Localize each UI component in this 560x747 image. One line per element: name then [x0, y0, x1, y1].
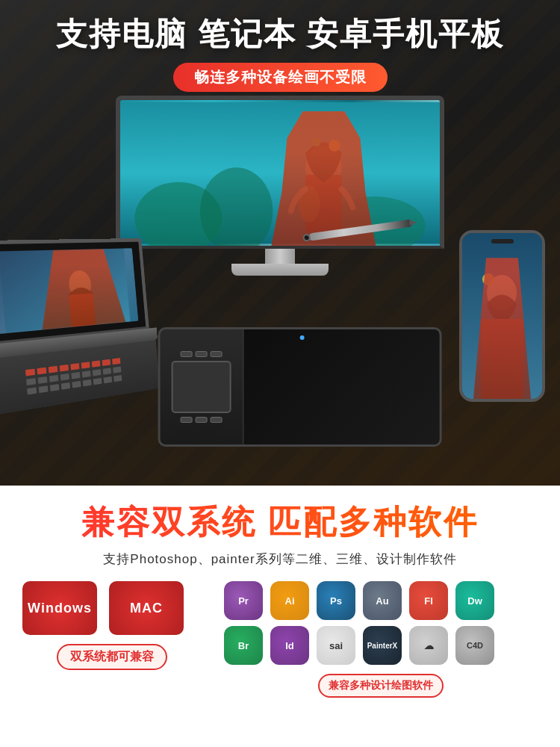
illustrator-label: Ai: [285, 595, 295, 607]
key: [93, 378, 102, 385]
tablet-button: [196, 417, 208, 423]
tablet-bottom-buttons: [181, 417, 223, 423]
svg-point-13: [487, 275, 517, 311]
key: [113, 367, 121, 374]
illustrator-icon: Ai: [270, 581, 309, 620]
c4d-icon: C4D: [455, 626, 494, 665]
key: [104, 376, 113, 383]
svg-point-15: [482, 273, 494, 285]
os-icons: Windows MAC: [22, 581, 202, 635]
tablet-body: [158, 327, 442, 447]
monitor-stand-neck: [265, 249, 295, 264]
subtitle-text: 畅连多种设备绘画不受限: [173, 63, 388, 92]
svg-point-10: [68, 270, 93, 300]
photoshop-label: Ps: [330, 595, 342, 607]
svg-rect-12: [462, 233, 542, 399]
power-led: [300, 335, 305, 340]
laptop: [0, 238, 155, 416]
key: [70, 363, 79, 370]
svg-rect-9: [0, 249, 130, 333]
audition-icon: Au: [363, 581, 402, 620]
key: [38, 376, 48, 384]
stylus-tip: [408, 219, 417, 226]
phone-screen: [462, 233, 542, 399]
key: [112, 358, 120, 365]
tablet-drawing-area: [243, 329, 440, 444]
touch-pad: [172, 361, 231, 413]
key: [72, 381, 81, 388]
phone-illustration: [462, 233, 542, 399]
key: [61, 382, 70, 390]
key: [60, 374, 69, 381]
tablet-top-buttons: [181, 351, 223, 357]
dual-system-label: 双系统都可兼容: [57, 644, 167, 670]
software-compat-label: 兼容多种设计绘图软件: [318, 674, 444, 698]
svg-point-6: [329, 140, 340, 152]
key: [83, 379, 92, 387]
svg-rect-14: [481, 319, 523, 399]
compat-title: 兼容双系统 匹配多种软件: [22, 500, 538, 545]
indesign-label: Id: [285, 640, 294, 651]
key: [82, 371, 91, 377]
tablet-left-panel: [161, 329, 243, 444]
laptop-screen-content: [0, 248, 138, 334]
svg-rect-11: [69, 294, 96, 327]
windows-badge: Windows: [22, 581, 97, 635]
phone-notch: [491, 239, 514, 244]
bridge-label: Br: [238, 640, 249, 651]
dreamweaver-label: Dw: [467, 595, 482, 607]
key: [103, 368, 112, 374]
key: [27, 387, 37, 394]
tablet-button: [181, 351, 193, 357]
sai-icon: sai: [317, 626, 355, 665]
top-section: 支持电脑 笔记本 安卓手机平板 畅连多种设备绘画不受限: [0, 0, 560, 486]
os-compat-label-wrapper: 双系统都可兼容: [22, 644, 202, 670]
bottom-section: 兼容双系统 匹配多种软件 支持Photoshop、painter系列等二维、三维…: [0, 486, 560, 747]
tablet-button: [196, 351, 208, 357]
phone-body: [459, 230, 545, 402]
indesign-icon: Id: [270, 626, 309, 665]
svg-point-4: [305, 146, 342, 189]
main-title: 支持电脑 笔记本 安卓手机平板: [0, 0, 560, 55]
software-section: Pr Ai Ps Au Fl Dw Br Id sai PainterX ☁ C…: [224, 581, 538, 698]
software-row-1: Pr Ai Ps Au Fl Dw: [224, 581, 538, 620]
skype-label: ☁: [424, 640, 434, 651]
key: [37, 368, 46, 375]
premiere-label: Pr: [238, 595, 249, 607]
key: [102, 359, 111, 366]
bridge-icon: Br: [224, 626, 263, 665]
key: [39, 385, 49, 393]
key: [71, 372, 80, 379]
laptop-illustration: [0, 248, 138, 334]
key: [92, 361, 101, 368]
key: [93, 369, 102, 376]
monitor: [116, 96, 444, 276]
software-compat-label-wrapper: 兼容多种设计绘图软件: [224, 671, 538, 698]
key: [81, 362, 90, 368]
mac-badge: MAC: [109, 581, 184, 635]
os-section: Windows MAC 双系统都可兼容: [22, 581, 202, 698]
flash-label: Fl: [424, 595, 433, 607]
software-icons-grid: Pr Ai Ps Au Fl Dw Br Id sai PainterX ☁ C…: [224, 581, 538, 665]
svg-point-8: [298, 186, 320, 223]
tablet-button: [211, 351, 223, 357]
audition-label: Au: [376, 595, 388, 607]
drawing-tablet: [158, 327, 442, 447]
tablet-button: [211, 417, 223, 423]
skype-icon: ☁: [409, 626, 448, 665]
key: [50, 384, 60, 391]
key: [25, 369, 35, 376]
software-row-2: Br Id sai PainterX ☁ C4D: [224, 626, 538, 665]
laptop-screen: [0, 238, 149, 345]
sai-label: sai: [329, 640, 343, 651]
c4d-label: C4D: [467, 641, 483, 650]
tablet-button: [181, 417, 193, 423]
phone: [459, 230, 545, 402]
svg-point-7: [312, 137, 321, 146]
monitor-stand-base: [231, 264, 329, 276]
premiere-icon: Pr: [224, 581, 263, 620]
key: [49, 366, 58, 374]
key: [113, 375, 122, 382]
key: [60, 365, 69, 372]
key: [49, 375, 59, 382]
